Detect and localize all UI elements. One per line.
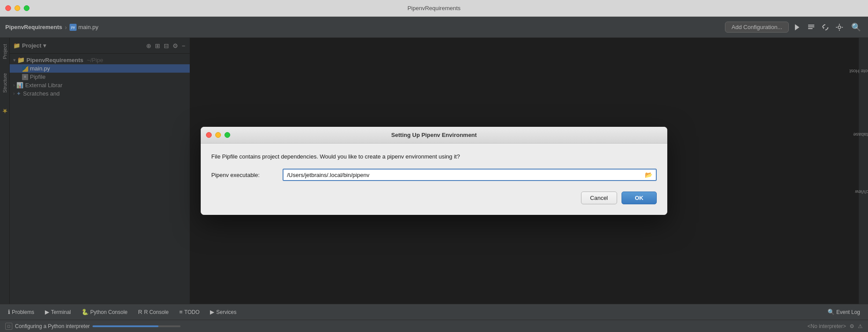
tab-terminal[interactable]: ▶ Terminal (40, 307, 75, 317)
svg-point-5 (838, 26, 841, 29)
minimize-button[interactable] (15, 5, 20, 11)
python-file-icon: py (70, 24, 77, 31)
status-left: □ Configuring a Python interpreter (5, 323, 804, 330)
vcs-update-button[interactable] (820, 22, 831, 33)
add-configuration-button[interactable]: Add Configuration... (725, 22, 789, 33)
pipenv-executable-input[interactable] (287, 172, 643, 178)
traffic-lights (5, 5, 29, 11)
tab-python-console-label: Python Console (90, 309, 128, 315)
svg-rect-1 (808, 26, 814, 27)
tab-terminal-label: Terminal (51, 309, 71, 315)
settings-small-icon[interactable]: ⚙ (850, 323, 854, 329)
maximize-button[interactable] (24, 5, 29, 11)
tab-todo-label: TODO (184, 309, 199, 315)
breadcrumb-separator: › (65, 24, 67, 31)
dialog-field-label: Pipenv executable: (211, 172, 277, 178)
breadcrumb: PipenvRequirements › py main.py (5, 24, 721, 31)
todo-icon: ≡ (179, 309, 183, 315)
status-text: Configuring a Python interpreter (15, 323, 90, 329)
modal-overlay: Setting Up Pipenv Environment File Pipfi… (0, 38, 868, 304)
window-title: PipenvRequirements (408, 5, 461, 11)
ok-button[interactable]: OK (622, 192, 657, 204)
run-button[interactable] (791, 22, 803, 33)
toolbar: PipenvRequirements › py main.py Add Conf… (0, 17, 868, 38)
interpreter-label[interactable]: <No interpreter> (808, 323, 846, 329)
tab-problems-label: Problems (12, 309, 34, 315)
browse-folder-icon[interactable]: 📂 (645, 171, 652, 178)
settings-button[interactable] (834, 22, 845, 33)
problems-icon: ℹ (8, 309, 10, 315)
build-icon (807, 23, 815, 31)
terminal-icon: ▶ (45, 309, 49, 315)
run-icon (793, 23, 801, 31)
breadcrumb-project[interactable]: PipenvRequirements (5, 24, 62, 30)
bottom-tabs: ℹ Problems ▶ Terminal 🐍 Python Console R… (0, 304, 868, 320)
main-layout: Project Structure ★ 📁 Project ▾ ⊕ ⊞ ⊟ ⚙ … (0, 38, 868, 304)
tab-services[interactable]: ▶ Services (206, 307, 241, 317)
alert-icon[interactable]: ⚠ (858, 323, 863, 329)
r-console-icon: R (138, 309, 142, 315)
status-progress-fill (92, 325, 158, 327)
tab-todo[interactable]: ≡ TODO (175, 307, 204, 317)
dialog-body: File Pipfile contains project dependenci… (201, 144, 667, 215)
svg-marker-4 (823, 27, 824, 29)
svg-rect-2 (808, 28, 813, 29)
event-log-icon: 🔍 (828, 309, 835, 315)
dialog-titlebar: Setting Up Pipenv Environment (201, 127, 667, 144)
tab-event-log-label: Event Log (836, 309, 860, 315)
build-button[interactable] (805, 22, 817, 33)
status-bar: □ Configuring a Python interpreter <No i… (0, 320, 868, 332)
dialog-buttons: Cancel OK (211, 192, 657, 204)
cancel-button[interactable]: Cancel (581, 192, 617, 204)
python-console-icon: 🐍 (81, 309, 88, 315)
dialog-field-input-wrap: 📂 (283, 169, 657, 181)
services-icon: ▶ (210, 309, 214, 315)
dialog-maximize-button[interactable] (224, 132, 230, 138)
status-right: <No interpreter> ⚙ ⚠ (808, 323, 863, 329)
tab-problems[interactable]: ℹ Problems (4, 307, 39, 317)
tab-r-console-label: R Console (144, 309, 169, 315)
dialog-close-button[interactable] (206, 132, 212, 138)
dialog-traffic-lights (206, 132, 230, 138)
svg-marker-0 (795, 24, 799, 30)
tab-r-console[interactable]: R R Console (134, 307, 173, 317)
search-everywhere-button[interactable]: 🔍 (850, 21, 863, 34)
dialog-minimize-button[interactable] (215, 132, 221, 138)
breadcrumb-filename: main.py (78, 24, 99, 30)
dialog-setting-up-pipenv: Setting Up Pipenv Environment File Pipfi… (201, 127, 667, 215)
svg-rect-3 (808, 25, 814, 26)
title-bar: PipenvRequirements (0, 0, 868, 17)
dialog-title: Setting Up Pipenv Environment (391, 132, 477, 138)
toolbar-right: Add Configuration... 🔍 (725, 21, 863, 34)
dialog-field-row: Pipenv executable: 📂 (211, 169, 657, 181)
breadcrumb-file[interactable]: py main.py (70, 24, 99, 31)
dialog-message: File Pipfile contains project dependenci… (211, 152, 657, 161)
tab-event-log[interactable]: 🔍 Event Log (823, 307, 864, 317)
status-expand-button[interactable]: □ (5, 323, 12, 330)
settings-icon (835, 23, 843, 31)
close-button[interactable] (5, 5, 11, 11)
tab-python-console[interactable]: 🐍 Python Console (77, 307, 132, 317)
status-progress-bar (92, 325, 180, 327)
vcs-update-icon (821, 23, 829, 31)
tab-services-label: Services (216, 309, 236, 315)
